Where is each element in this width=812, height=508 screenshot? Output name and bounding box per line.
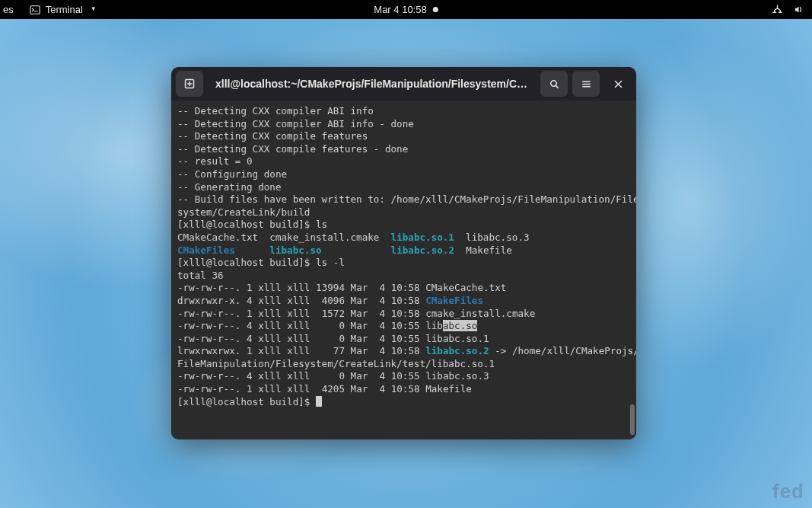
lsl-row: FileManipulation/Filesystem/CreateLink/t… xyxy=(177,358,495,369)
out-line: -- Build files have been written to: /ho… xyxy=(177,193,636,205)
out-line: -- Detecting CXX compile features xyxy=(177,130,368,142)
terminal-window: xlll@localhost:~/CMakeProjs/FileManipula… xyxy=(171,67,636,439)
window-title: xlll@localhost:~/CMakeProjs/FileManipula… xyxy=(208,78,536,90)
lsl-row: drwxrwxr-x. 4 xlll xlll 4096 Mar 4 10:58… xyxy=(177,295,483,306)
ls-out: CMakeFiles libabc.so libabc.so.2 Makefil… xyxy=(177,244,512,256)
gnome-topbar: es Terminal Mar 4 10:58 xyxy=(0,0,812,19)
terminal-icon xyxy=(29,4,41,16)
hamburger-menu-button[interactable] xyxy=(572,71,600,97)
out-line: -- Generating done xyxy=(177,181,281,193)
clock-text: Mar 4 10:58 xyxy=(374,4,426,15)
app-menu-label: Terminal xyxy=(46,4,83,15)
prompt-line: [xlll@localhost build]$ ls -l xyxy=(177,257,345,268)
out-line: -- result = 0 xyxy=(177,155,253,167)
out-line: -- Configuring done xyxy=(177,168,287,180)
lsl-row: -rw-rw-r--. 1 xlll xlll 4205 Mar 4 10:58… xyxy=(177,383,472,395)
out-line: total 36 xyxy=(177,270,224,281)
ls-out: CMakeCache.txt cmake_install.cmake libab… xyxy=(177,232,530,243)
activities-truncated[interactable]: es xyxy=(3,4,14,15)
new-tab-button[interactable] xyxy=(176,71,203,97)
lsl-row: -rw-rw-r--. 1 xlll xlll 1572 Mar 4 10:58… xyxy=(177,308,535,319)
lsl-row: lrwxrwxrwx. 1 xlll xlll 77 Mar 4 10:58 l… xyxy=(177,345,636,356)
out-line: system/CreateLink/build xyxy=(177,206,310,218)
network-icon[interactable] xyxy=(771,4,783,16)
prompt-line: [xlll@localhost build]$ ls xyxy=(177,219,327,230)
lsl-row: -rw-rw-r--. 4 xlll xlll 0 Mar 4 10:55 li… xyxy=(177,370,489,382)
fedora-watermark: fed xyxy=(772,480,804,503)
terminal-output[interactable]: -- Detecting CXX compiler ABI info -- De… xyxy=(171,101,636,439)
out-line: -- Detecting CXX compiler ABI info - don… xyxy=(177,118,414,129)
clock-area[interactable]: Mar 4 10:58 xyxy=(374,4,438,15)
lsl-row: -rw-rw-r--. 1 xlll xlll 13994 Mar 4 10:5… xyxy=(177,282,506,293)
volume-icon[interactable] xyxy=(792,4,804,16)
notification-dot-icon xyxy=(433,7,438,12)
out-line: -- Detecting CXX compiler ABI info xyxy=(177,105,374,117)
terminal-titlebar: xlll@localhost:~/CMakeProjs/FileManipula… xyxy=(171,67,636,101)
lsl-row: -rw-rw-r--. 4 xlll xlll 0 Mar 4 10:55 li… xyxy=(177,320,477,331)
svg-rect-0 xyxy=(30,5,40,14)
close-button[interactable] xyxy=(604,71,632,97)
lsl-row: -rw-rw-r--. 4 xlll xlll 0 Mar 4 10:55 li… xyxy=(177,333,489,344)
out-line: -- Detecting CXX compile features - done xyxy=(177,143,408,155)
app-menu[interactable]: Terminal xyxy=(29,4,97,16)
prompt-line: [xlll@localhost build]$ xyxy=(177,396,316,407)
cursor xyxy=(316,396,322,407)
search-button[interactable] xyxy=(540,71,568,97)
scrollbar[interactable] xyxy=(630,404,635,435)
